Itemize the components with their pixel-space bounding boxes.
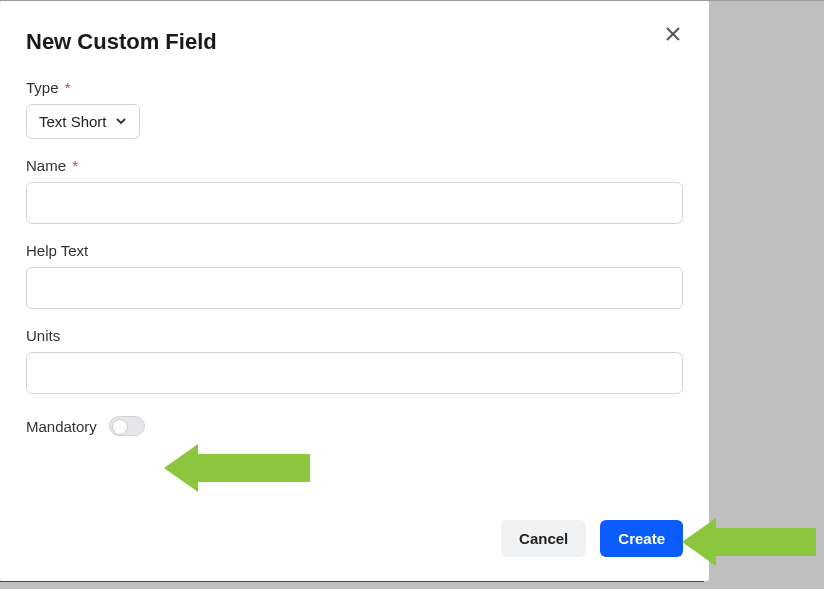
units-label: Units <box>26 327 683 344</box>
mandatory-field: Mandatory <box>26 416 683 436</box>
type-label-text: Type <box>26 79 59 96</box>
close-icon <box>665 26 681 45</box>
mandatory-label: Mandatory <box>26 418 97 435</box>
name-field: Name * <box>26 157 683 224</box>
units-input[interactable] <box>26 352 683 394</box>
type-field: Type * Text Short <box>26 79 683 139</box>
mandatory-toggle[interactable] <box>109 416 145 436</box>
help-text-field: Help Text <box>26 242 683 309</box>
new-custom-field-modal: New Custom Field Type * Text Short <box>0 1 709 581</box>
type-select[interactable]: Text Short <box>26 104 140 139</box>
create-button[interactable]: Create <box>600 520 683 557</box>
required-marker: * <box>72 157 78 174</box>
type-label: Type * <box>26 79 683 96</box>
cancel-button[interactable]: Cancel <box>501 520 586 557</box>
help-text-input[interactable] <box>26 267 683 309</box>
name-label-text: Name <box>26 157 66 174</box>
type-select-value: Text Short <box>39 113 107 130</box>
units-field: Units <box>26 327 683 394</box>
name-label: Name * <box>26 157 683 174</box>
name-input[interactable] <box>26 182 683 224</box>
close-button[interactable] <box>659 21 687 49</box>
modal-footer: Cancel Create <box>26 484 683 557</box>
chevron-down-icon <box>115 113 127 130</box>
modal-title: New Custom Field <box>26 29 683 55</box>
required-marker: * <box>65 79 71 96</box>
help-text-label: Help Text <box>26 242 683 259</box>
